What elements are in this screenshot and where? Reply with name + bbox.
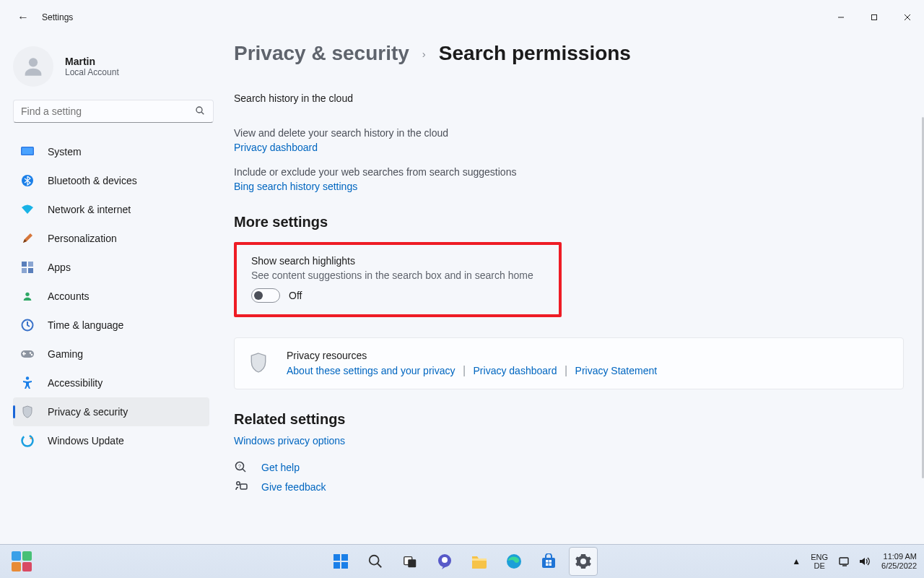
feedback-icon [234, 481, 248, 493]
teams-chat-button[interactable] [430, 547, 459, 576]
sidebar-item-apps[interactable]: Apps [13, 253, 209, 282]
search-input[interactable] [21, 105, 188, 117]
search-icon [367, 553, 383, 569]
bing-history-link[interactable]: Bing search history settings [234, 181, 907, 192]
taskview-icon [402, 553, 418, 569]
svg-point-35 [442, 557, 448, 563]
privacy-statement-link[interactable]: Privacy Statement [575, 365, 658, 376]
svg-rect-29 [341, 562, 348, 569]
accounts-icon [20, 290, 35, 302]
search-highlights-toggle[interactable] [251, 288, 280, 303]
windows-privacy-options-link[interactable]: Windows privacy options [234, 435, 907, 447]
edge-icon [505, 553, 523, 570]
sidebar-item-system[interactable]: System [13, 137, 209, 166]
widgets-icon [12, 551, 32, 571]
sidebar-item-accounts[interactable]: Accounts [13, 282, 209, 311]
breadcrumb-parent[interactable]: Privacy & security [234, 42, 409, 65]
store-icon [541, 553, 557, 569]
taskbar: ▲ ENG DE 11:09 AM 6/25/2022 [0, 544, 924, 578]
breadcrumb: Privacy & security › Search permissions [234, 42, 907, 65]
get-help-row[interactable]: ? Get help [234, 461, 907, 474]
svg-point-37 [507, 554, 521, 569]
sidebar-item-label: Accessibility [48, 377, 103, 389]
content-area: Privacy & security › Search permissions … [217, 35, 924, 544]
sidebar-item-accessibility[interactable]: Accessibility [13, 368, 209, 397]
svg-rect-26 [334, 554, 340, 561]
back-button[interactable]: ← [17, 11, 29, 24]
give-feedback-link[interactable]: Give feedback [261, 481, 326, 493]
shield-icon [249, 352, 268, 374]
svg-rect-25 [240, 484, 247, 489]
search-input-wrapper[interactable] [13, 100, 214, 123]
update-icon [20, 434, 35, 447]
breadcrumb-current: Search permissions [439, 42, 631, 65]
related-settings-heading: Related settings [234, 411, 907, 428]
store-button[interactable] [534, 547, 563, 576]
folder-icon [471, 554, 488, 569]
task-view-button[interactable] [396, 547, 424, 576]
minimize-button[interactable] [824, 6, 858, 29]
gaming-icon [20, 349, 35, 359]
svg-rect-12 [22, 268, 27, 273]
chevron-right-icon: › [422, 48, 426, 60]
sidebar-item-label: Accounts [48, 290, 90, 302]
edge-button[interactable] [500, 547, 528, 576]
avatar [13, 46, 53, 87]
network-tray-icon[interactable] [838, 556, 851, 567]
privacy-dashboard-link[interactable]: Privacy dashboard [234, 142, 907, 153]
svg-rect-28 [334, 562, 340, 569]
settings-taskbar-button[interactable] [569, 547, 598, 576]
svg-text:?: ? [238, 464, 241, 469]
bluetooth-icon [20, 174, 35, 187]
privacy-resources-card: Privacy resources About these settings a… [234, 337, 904, 389]
about-settings-link[interactable]: About these settings and your privacy [287, 365, 455, 376]
sidebar-item-personalization[interactable]: Personalization [13, 224, 209, 253]
svg-line-6 [201, 112, 204, 114]
svg-rect-40 [549, 560, 552, 563]
chat-icon [436, 553, 453, 570]
start-button[interactable] [326, 547, 355, 576]
sidebar-item-windows-update[interactable]: Windows Update [13, 426, 209, 455]
clock[interactable]: 11:09 AM 6/25/2022 [881, 552, 917, 571]
widgets-button[interactable] [7, 547, 36, 576]
titlebar: ← Settings [0, 0, 924, 35]
sidebar-item-time-language[interactable]: Time & language [13, 311, 209, 340]
svg-point-14 [25, 293, 29, 296]
windows-icon [332, 553, 349, 570]
tray-overflow-button[interactable]: ▲ [792, 556, 801, 566]
search-icon [194, 105, 206, 119]
profile-block[interactable]: Martin Local Account [13, 46, 209, 87]
svg-rect-11 [28, 262, 33, 267]
language-indicator[interactable]: ENG DE [811, 553, 828, 570]
svg-rect-41 [546, 564, 549, 566]
brush-icon [20, 232, 35, 245]
sidebar-item-network[interactable]: Network & internet [13, 195, 209, 224]
get-help-link[interactable]: Get help [261, 462, 300, 473]
sidebar-item-label: Time & language [48, 319, 123, 331]
svg-rect-33 [408, 559, 416, 567]
taskbar-search-button[interactable] [361, 547, 390, 576]
give-feedback-row[interactable]: Give feedback [234, 481, 907, 493]
svg-point-20 [22, 436, 33, 447]
help-icon: ? [234, 461, 248, 474]
svg-rect-39 [546, 560, 549, 563]
clock-globe-icon [20, 319, 35, 332]
highlight-title: Show search highlights [251, 255, 544, 267]
privacy-dashboard-card-link[interactable]: Privacy dashboard [474, 365, 557, 376]
svg-rect-13 [28, 268, 33, 273]
sidebar-item-bluetooth[interactable]: Bluetooth & devices [13, 166, 209, 195]
file-explorer-button[interactable] [465, 547, 494, 576]
svg-rect-10 [22, 262, 27, 267]
profile-sub: Local Account [65, 67, 119, 77]
svg-line-22 [243, 469, 245, 472]
svg-rect-36 [472, 558, 487, 561]
sidebar-item-gaming[interactable]: Gaming [13, 340, 209, 368]
svg-point-18 [31, 354, 33, 356]
volume-tray-icon[interactable] [858, 556, 871, 567]
sidebar-item-label: Gaming [48, 348, 83, 360]
sidebar-item-privacy-security[interactable]: Privacy & security [13, 397, 209, 426]
svg-rect-8 [22, 148, 33, 155]
maximize-button[interactable] [858, 6, 891, 29]
close-button[interactable] [891, 6, 924, 29]
sidebar: Martin Local Account System Bluetooth & … [0, 35, 217, 544]
